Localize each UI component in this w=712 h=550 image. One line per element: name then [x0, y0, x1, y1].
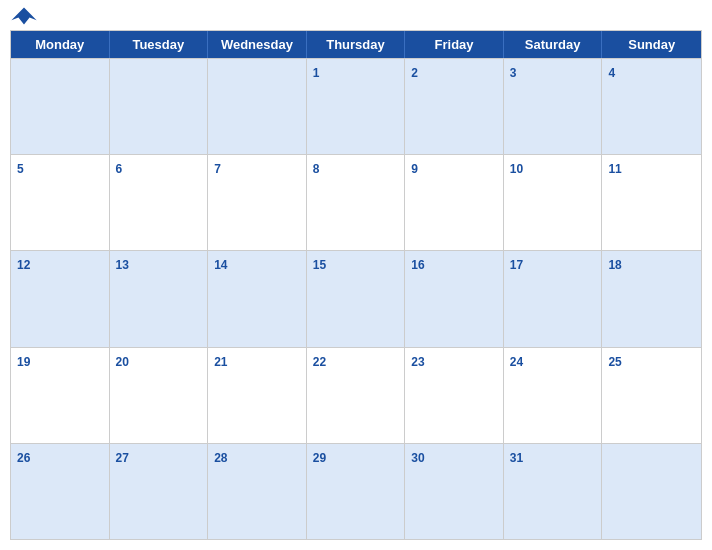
- day-header-wednesday: Wednesday: [208, 31, 307, 58]
- logo: [10, 6, 38, 26]
- day-header-friday: Friday: [405, 31, 504, 58]
- day-number: 30: [411, 451, 424, 465]
- day-number: 17: [510, 258, 523, 272]
- day-cell: 22: [307, 348, 406, 443]
- day-number: 28: [214, 451, 227, 465]
- weeks-container: 1234567891011121314151617181920212223242…: [11, 58, 701, 539]
- calendar-header: [10, 10, 702, 22]
- day-number: 18: [608, 258, 621, 272]
- day-number: 10: [510, 162, 523, 176]
- svg-marker-0: [11, 8, 36, 25]
- day-number: 26: [17, 451, 30, 465]
- day-cell: 15: [307, 251, 406, 346]
- day-cell: 4: [602, 59, 701, 154]
- logo-bird-icon: [10, 6, 38, 26]
- day-number: 2: [411, 66, 418, 80]
- day-cell: 6: [110, 155, 209, 250]
- day-cell: 8: [307, 155, 406, 250]
- week-row-4: 19202122232425: [11, 347, 701, 443]
- day-cell: 30: [405, 444, 504, 539]
- day-cell: 12: [11, 251, 110, 346]
- day-number: 3: [510, 66, 517, 80]
- day-cell: 13: [110, 251, 209, 346]
- day-number: 1: [313, 66, 320, 80]
- day-number: 20: [116, 355, 129, 369]
- day-cell: 14: [208, 251, 307, 346]
- day-cell: 27: [110, 444, 209, 539]
- day-cell: 2: [405, 59, 504, 154]
- day-cell: [11, 59, 110, 154]
- day-cell: 31: [504, 444, 603, 539]
- calendar: MondayTuesdayWednesdayThursdayFridaySatu…: [10, 30, 702, 540]
- day-number: 16: [411, 258, 424, 272]
- day-header-saturday: Saturday: [504, 31, 603, 58]
- day-cell: 29: [307, 444, 406, 539]
- day-number: 19: [17, 355, 30, 369]
- day-number: 13: [116, 258, 129, 272]
- day-cell: 26: [11, 444, 110, 539]
- day-number: 29: [313, 451, 326, 465]
- day-cell: 17: [504, 251, 603, 346]
- day-number: 27: [116, 451, 129, 465]
- day-cell: 21: [208, 348, 307, 443]
- day-number: 24: [510, 355, 523, 369]
- day-cell: 16: [405, 251, 504, 346]
- day-number: 22: [313, 355, 326, 369]
- day-cell: 10: [504, 155, 603, 250]
- day-number: 25: [608, 355, 621, 369]
- week-row-2: 567891011: [11, 154, 701, 250]
- day-headers-row: MondayTuesdayWednesdayThursdayFridaySatu…: [11, 31, 701, 58]
- day-number: 23: [411, 355, 424, 369]
- day-cell: 23: [405, 348, 504, 443]
- day-cell: 24: [504, 348, 603, 443]
- day-number: 6: [116, 162, 123, 176]
- day-number: 8: [313, 162, 320, 176]
- day-header-tuesday: Tuesday: [110, 31, 209, 58]
- day-number: 9: [411, 162, 418, 176]
- day-header-monday: Monday: [11, 31, 110, 58]
- day-cell: [208, 59, 307, 154]
- day-cell: 11: [602, 155, 701, 250]
- day-cell: 25: [602, 348, 701, 443]
- day-number: 4: [608, 66, 615, 80]
- day-cell: [602, 444, 701, 539]
- day-header-thursday: Thursday: [307, 31, 406, 58]
- day-cell: 5: [11, 155, 110, 250]
- day-number: 7: [214, 162, 221, 176]
- day-cell: 28: [208, 444, 307, 539]
- day-number: 14: [214, 258, 227, 272]
- day-number: 15: [313, 258, 326, 272]
- day-cell: [110, 59, 209, 154]
- day-number: 21: [214, 355, 227, 369]
- day-number: 11: [608, 162, 621, 176]
- week-row-3: 12131415161718: [11, 250, 701, 346]
- day-number: 5: [17, 162, 24, 176]
- day-cell: 3: [504, 59, 603, 154]
- day-cell: 19: [11, 348, 110, 443]
- day-cell: 1: [307, 59, 406, 154]
- day-header-sunday: Sunday: [602, 31, 701, 58]
- week-row-5: 262728293031: [11, 443, 701, 539]
- day-cell: 7: [208, 155, 307, 250]
- day-number: 12: [17, 258, 30, 272]
- day-cell: 20: [110, 348, 209, 443]
- day-cell: 9: [405, 155, 504, 250]
- week-row-1: 1234: [11, 58, 701, 154]
- day-cell: 18: [602, 251, 701, 346]
- day-number: 31: [510, 451, 523, 465]
